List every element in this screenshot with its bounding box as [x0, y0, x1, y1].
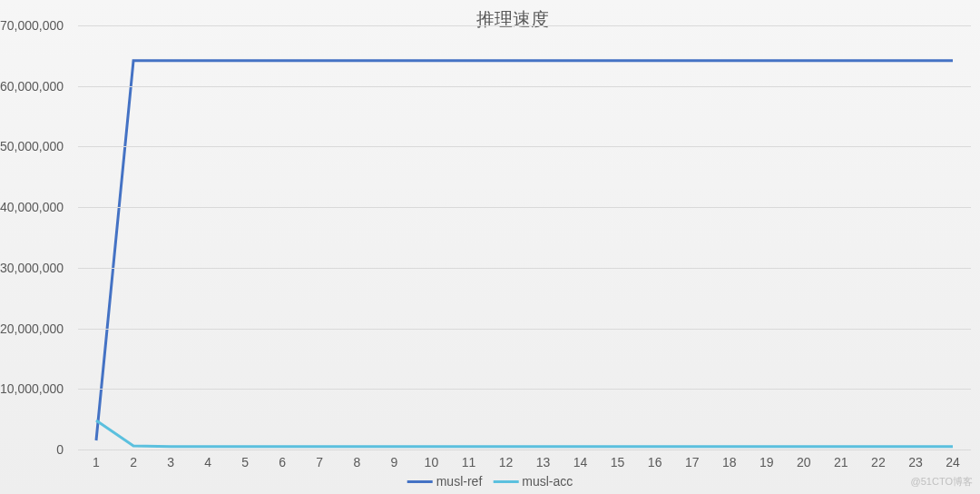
grid-line	[78, 268, 971, 269]
x-axis-tick-label: 7	[316, 455, 323, 469]
y-axis-tick-label: 70,000,000	[0, 18, 64, 33]
x-axis-tick-label: 10	[425, 455, 439, 469]
series-line-musl-ref	[96, 61, 953, 440]
x-axis-tick-label: 12	[499, 455, 514, 469]
chart-container: 推理速度 010,000,00020,000,00030,000,00040,0…	[0, 0, 980, 494]
x-axis-tick-label: 22	[871, 455, 886, 469]
y-axis-tick-label: 60,000,000	[0, 79, 64, 94]
grid-line	[78, 329, 971, 330]
x-axis-tick-label: 18	[722, 455, 737, 469]
x-axis-tick-label: 3	[167, 455, 174, 469]
y-axis-tick-label: 50,000,000	[0, 139, 64, 153]
x-axis-tick-label: 14	[573, 455, 588, 469]
watermark: @51CTO博客	[911, 475, 973, 489]
grid-line	[78, 389, 971, 390]
legend-item-musl-acc: musl-acc	[493, 474, 573, 489]
y-axis-tick-label: 0	[0, 442, 64, 457]
legend-swatch	[407, 480, 433, 483]
x-axis-tick-label: 20	[797, 455, 811, 469]
x-axis-tick-label: 13	[536, 455, 551, 469]
x-axis-tick-label: 24	[946, 455, 960, 469]
legend-label: musl-ref	[436, 474, 483, 489]
legend: musl-refmusl-acc	[407, 474, 573, 489]
legend-label: musl-acc	[522, 474, 573, 489]
x-axis-tick-label: 15	[611, 455, 625, 469]
grid-line	[78, 146, 971, 147]
grid-line	[78, 207, 971, 208]
x-axis-tick-label: 23	[908, 455, 923, 469]
x-axis-tick-label: 2	[130, 455, 137, 469]
x-axis-tick-label: 11	[462, 455, 476, 469]
series-line-musl-acc	[96, 420, 953, 447]
grid-line	[78, 450, 971, 450]
plot-area: 010,000,00020,000,00030,000,00040,000,00…	[78, 25, 971, 450]
x-axis-tick-label: 19	[760, 455, 774, 469]
x-axis-tick-label: 6	[279, 455, 286, 469]
y-axis-tick-label: 30,000,000	[0, 261, 64, 275]
y-axis-tick-label: 10,000,000	[0, 381, 64, 396]
x-axis-tick-label: 9	[390, 455, 397, 469]
y-axis-tick-label: 20,000,000	[0, 321, 64, 336]
x-axis-tick-label: 5	[241, 455, 249, 469]
x-axis-tick-label: 1	[93, 455, 100, 469]
x-axis-tick-label: 17	[685, 455, 700, 469]
x-axis-tick-label: 16	[648, 455, 662, 469]
grid-line	[78, 25, 971, 26]
y-axis-tick-label: 40,000,000	[0, 200, 64, 214]
x-axis-tick-label: 21	[834, 455, 848, 469]
line-series-svg	[78, 25, 971, 450]
x-axis-tick-label: 4	[204, 455, 211, 469]
legend-swatch	[493, 480, 518, 483]
x-axis-tick-label: 8	[353, 455, 360, 469]
legend-item-musl-ref: musl-ref	[407, 474, 483, 489]
grid-line	[78, 86, 971, 87]
